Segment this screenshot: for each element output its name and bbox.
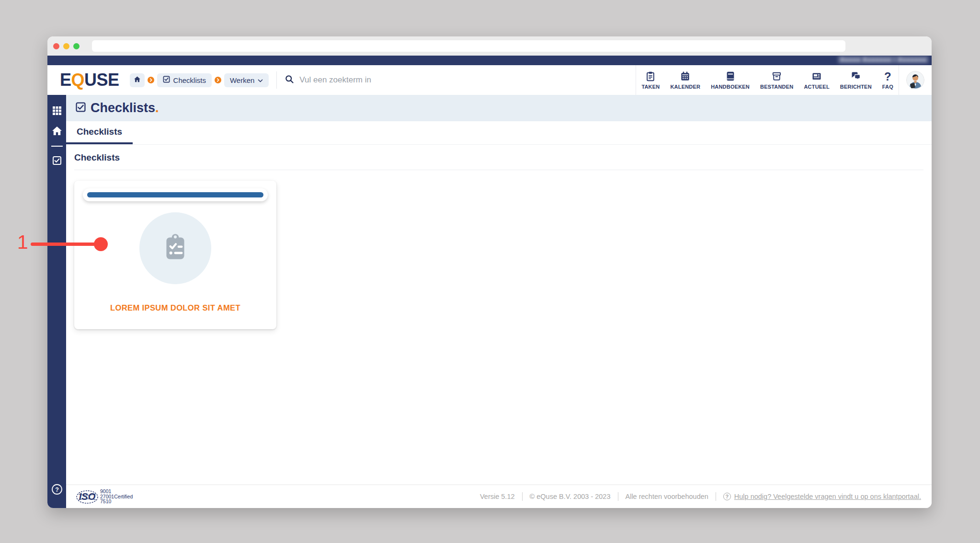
- checklist-clipboard-icon: [160, 231, 191, 265]
- nav-label: ACTUEEL: [804, 84, 829, 90]
- search-box: [276, 71, 636, 89]
- address-bar[interactable]: [92, 40, 845, 52]
- iso-text: ISO: [79, 491, 95, 502]
- card-icon-circle: [139, 212, 211, 284]
- breadcrumb-label: Checklists: [173, 76, 206, 84]
- chat-icon: [850, 70, 862, 82]
- annotation-number: 1: [17, 231, 28, 254]
- rights-text: Alle rechten voorbehouden: [626, 493, 708, 500]
- nav-item-bestanden[interactable]: BESTANDEN: [755, 65, 798, 95]
- footer-divider: [522, 492, 523, 501]
- copyright-text: © eQuse B.V. 2003 - 2023: [530, 493, 611, 500]
- annotation-line: [31, 243, 101, 246]
- card-progress-track: [83, 188, 268, 201]
- breadcrumb-checklists[interactable]: Checklists: [157, 73, 212, 87]
- home-icon: [51, 125, 63, 139]
- logo-part: E: [60, 71, 71, 89]
- blurred-user-label: Xxxxx Xxxxxxx - Xxxxxxx: [838, 56, 929, 63]
- book-icon: [725, 70, 736, 82]
- annotation-dot: [94, 237, 108, 251]
- newspaper-icon: [811, 70, 822, 82]
- app-header: EQUSE Checklists Werken: [47, 65, 932, 95]
- sidebar-checklists[interactable]: [47, 151, 66, 172]
- nav-label: KALENDER: [670, 84, 700, 90]
- nav-item-kalender[interactable]: KALENDER: [665, 65, 706, 95]
- sidebar-home[interactable]: [47, 122, 66, 142]
- close-window-button[interactable]: [53, 43, 59, 49]
- title-accent-dot: .: [155, 101, 159, 115]
- top-navigation: TAKEN KALENDER HANDBOEKEN BESTANDEN: [636, 65, 899, 95]
- breadcrumb-home[interactable]: [130, 73, 145, 87]
- iso-certification-logo: ISO 9001 27001Certified 7510: [76, 489, 133, 504]
- sidebar-help[interactable]: ?: [47, 480, 66, 500]
- avatar-wrap: [899, 65, 932, 95]
- minimize-window-button[interactable]: [63, 43, 69, 49]
- calendar-icon: [680, 70, 691, 82]
- user-avatar[interactable]: [906, 71, 924, 89]
- clipboard-icon: [645, 70, 656, 82]
- chevron-down-icon: [258, 76, 263, 84]
- traffic-lights: [53, 43, 80, 49]
- footer-divider: [618, 492, 618, 501]
- logo-part: USE: [84, 71, 119, 89]
- nav-label: BESTANDEN: [760, 84, 793, 90]
- main-area: Checklists. Checklists Checklists: [66, 95, 932, 508]
- nav-item-actueel[interactable]: ACTUEEL: [798, 65, 834, 95]
- breadcrumb-label: Werken: [230, 76, 254, 84]
- logo-accent: Q: [71, 71, 85, 89]
- content-area: Checklists: [66, 145, 932, 485]
- nav-label: BERICHTEN: [840, 84, 872, 90]
- footer-divider: [716, 492, 716, 501]
- version-text: Versie 5.12: [480, 493, 515, 500]
- breadcrumb-arrow-icon: [148, 77, 154, 83]
- help-circle-icon: ?: [723, 493, 731, 500]
- help-portal-link[interactable]: ? Hulp nodig? Veelgestelde vragen vindt …: [723, 493, 921, 500]
- home-icon: [133, 75, 141, 85]
- iso-numbers: 9001 27001Certified 7510: [100, 489, 133, 504]
- nav-item-taken[interactable]: TAKEN: [636, 65, 665, 95]
- nav-item-handboeken[interactable]: HANDBOEKEN: [706, 65, 755, 95]
- equse-logo[interactable]: EQUSE: [60, 71, 119, 89]
- sidebar-apps-grid[interactable]: [47, 102, 66, 122]
- checkbox-icon: [76, 102, 86, 114]
- tab-checklists[interactable]: Checklists: [66, 121, 133, 144]
- card-progress-bar: [87, 192, 263, 197]
- search-icon: [285, 74, 295, 86]
- page-title-bar: Checklists.: [66, 95, 932, 121]
- tab-bar: Checklists: [66, 121, 932, 145]
- breadcrumb-arrow-icon: [215, 77, 221, 83]
- nav-item-berichten[interactable]: BERICHTEN: [835, 65, 877, 95]
- help-link-text[interactable]: Hulp nodig? Veelgestelde vragen vindt u …: [734, 493, 921, 500]
- left-sidebar: ?: [47, 95, 66, 508]
- checklist-card[interactable]: LOREM IPSUM DOLOR SIT AMET: [74, 181, 276, 329]
- nav-label: TAKEN: [641, 84, 660, 90]
- browser-chrome: [47, 36, 932, 56]
- app-body: ? Checklists. Checklists Checklists: [47, 95, 932, 508]
- maximize-window-button[interactable]: [73, 43, 80, 49]
- page-title: Checklists.: [91, 101, 159, 116]
- top-navy-strip: Xxxxx Xxxxxxx - Xxxxxxx: [47, 56, 932, 65]
- nav-item-faq[interactable]: ? FAQ: [877, 65, 899, 95]
- nav-label: HANDBOEKEN: [711, 84, 750, 90]
- breadcrumb: Checklists Werken: [130, 73, 269, 87]
- archive-icon: [771, 70, 782, 82]
- help-circle-icon: ?: [51, 484, 63, 497]
- search-input[interactable]: [299, 75, 491, 85]
- grid-icon: [52, 106, 62, 117]
- checkbox-icon: [52, 156, 62, 167]
- question-icon: ?: [884, 70, 891, 82]
- iso-globe-icon: ISO: [76, 489, 99, 504]
- footer-meta: Versie 5.12 © eQuse B.V. 2003 - 2023 All…: [480, 492, 921, 501]
- svg-text:?: ?: [55, 486, 59, 493]
- breadcrumb-werken-dropdown[interactable]: Werken: [224, 73, 269, 87]
- footer: ISO 9001 27001Certified 7510 Versie 5.12…: [66, 485, 932, 508]
- card-label: LOREM IPSUM DOLOR SIT AMET: [110, 303, 240, 312]
- nav-label: FAQ: [882, 84, 893, 90]
- checkbox-icon: [163, 76, 170, 84]
- browser-window: Xxxxx Xxxxxxx - Xxxxxxx EQUSE Checklists: [47, 36, 932, 508]
- sidebar-active-divider: [51, 146, 63, 147]
- section-title: Checklists: [74, 152, 923, 170]
